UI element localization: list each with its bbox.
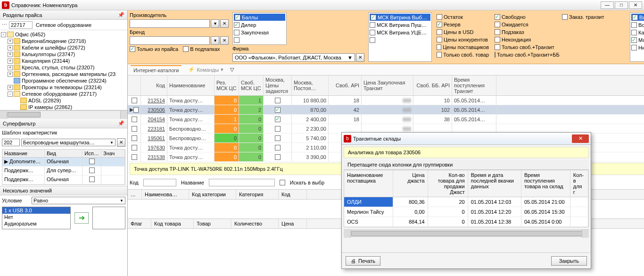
tree-item[interactable]: -Офис (6452) <box>1 31 126 38</box>
firma-select[interactable]: ООО «Фальком», Работает, ДЖАСТ, Москва▼ <box>232 53 355 62</box>
filter-item[interactable] <box>234 36 285 43</box>
filter-item[interactable]: Воронеж <box>631 21 644 28</box>
value-item[interactable]: Аудиоразъем <box>2 220 70 227</box>
filter-item[interactable]: Казань <box>631 29 644 36</box>
category-tree[interactable]: -Офис (6452)+Видеонаблюдение (22718)+Каб… <box>0 30 127 110</box>
filter-item[interactable]: Баллы <box>234 14 285 21</box>
firma-clear[interactable]: ✕ <box>356 53 364 62</box>
filter-item[interactable]: Только своб.+Транзит+ББ <box>495 51 556 58</box>
manufacturer-dd[interactable]: ▾ <box>211 19 219 28</box>
modal-groupby[interactable]: Перетащите сюда колонки для группировки <box>344 160 589 170</box>
table-row[interactable]: ▶ 230506Точка досту…02870,0042▮▮▮10205.0… <box>128 105 644 115</box>
manufacturer-input[interactable] <box>130 19 210 28</box>
tree-code-input[interactable] <box>9 21 33 29</box>
transit-modal: b Транзитные склады ✕ Аналитика для това… <box>341 132 591 269</box>
table-row[interactable]: 204154Точка досту…102 400,0018▮▮▮3805.05… <box>128 115 644 124</box>
template-code[interactable] <box>2 139 20 146</box>
pin-icon[interactable]: 📌 <box>118 120 124 126</box>
filter-item[interactable]: Нижний Новгород <box>631 44 644 51</box>
filter-col-b[interactable]: МСК Витрина Выб…МСК Витрина Пуш…МСК Витр… <box>368 12 432 62</box>
filter-item[interactable]: Цены поставщиков <box>437 43 489 50</box>
search-code-input[interactable] <box>143 179 176 186</box>
values-list[interactable]: 1 x USB 3.0НетАудиоразъем <box>2 207 71 229</box>
filter-col-d[interactable]: СвободноОжидаетсяПодзаказНекондицияТольк… <box>494 12 557 62</box>
minimize-button[interactable]: — <box>601 1 614 9</box>
tree-item[interactable]: +Оргтехника, расходные материалы (23 <box>1 71 126 77</box>
filter-item[interactable]: Цены в USD <box>437 28 489 35</box>
manufacturer-clear[interactable]: ✕ <box>220 19 229 28</box>
tree-nav-icon[interactable]: ⋯ <box>2 22 7 28</box>
tree-hscroll[interactable] <box>0 110 127 119</box>
filter-item[interactable]: Москва <box>631 36 644 43</box>
brand-input[interactable] <box>130 36 210 45</box>
filter-item[interactable]: Некондиция <box>495 36 556 43</box>
search-in-check[interactable] <box>280 180 285 185</box>
close-button[interactable]: ✕ <box>629 1 642 9</box>
filter-item[interactable]: Дилер <box>234 21 285 28</box>
tree-item[interactable]: -Сетевое оборудование (22717) <box>1 91 126 97</box>
search-name-input[interactable] <box>209 179 275 186</box>
filter-col-f[interactable]: Внутренний рибейтВоронежКазаньМоскваНижн… <box>630 12 644 62</box>
condition-label: Условие <box>2 198 30 203</box>
commands-menu[interactable]: ⚡ Команды ▾ <box>188 67 223 73</box>
clear-button[interactable]: ✕ <box>117 138 125 147</box>
filter-item[interactable]: Внутренний рибейт <box>631 14 644 21</box>
tree-item[interactable]: IP камеры (22862) <box>1 104 126 110</box>
maximize-button[interactable]: □ <box>615 1 628 9</box>
filter-item[interactable]: Только своб. товар <box>437 51 489 58</box>
value-item[interactable]: Нет <box>2 214 70 220</box>
filter-item[interactable]: Цены конкурентов <box>437 36 489 43</box>
table-row[interactable]: 212514Точка досту…0110 880,0018▮▮▮1005.0… <box>128 96 644 105</box>
modal-grid[interactable]: Наименование поставщика Цена джаста Кол-… <box>344 170 589 227</box>
tree-item[interactable]: +Канцелярия (23144) <box>1 58 126 64</box>
char-row[interactable]: Поддержк…Для супер… <box>2 167 125 176</box>
modal-close-btn[interactable]: Закрыть <box>551 256 587 266</box>
modal-hscroll[interactable] <box>344 229 589 238</box>
filter-col-e[interactable]: Заказ. транзит <box>561 12 622 62</box>
tree-item[interactable]: +Проекторы и телевизоры (23214) <box>1 84 126 91</box>
characteristics-grid[interactable]: Название Вид Исп… Знач ▶ Дополните…Обычн… <box>2 149 125 185</box>
filter-item[interactable]: Только своб.+Транзит <box>495 43 556 50</box>
superfilter-title: Суперфильтр <box>3 121 35 126</box>
filter-icon[interactable]: ▽ <box>230 67 234 73</box>
brand-clear[interactable]: ✕ <box>220 36 229 45</box>
pin-icon[interactable]: 📌 <box>118 12 124 18</box>
tree-item[interactable]: Программное обеспечение (23224) <box>1 77 126 84</box>
tree-item[interactable]: +Кабели и шлейфы (22672) <box>1 44 126 51</box>
filter-item[interactable]: Свободно <box>495 13 556 20</box>
tab-internet-catalogs[interactable]: Интернет-каталоги <box>131 65 182 75</box>
filter-item[interactable]: Резерв <box>437 21 489 28</box>
print-button[interactable]: 🖨 Печать <box>346 256 380 266</box>
filter-item[interactable]: Заказ. транзит <box>562 13 621 20</box>
char-row[interactable]: ▶ Дополните…Обычная <box>2 158 125 167</box>
result-box <box>92 207 125 229</box>
filter-col-c[interactable]: ОстатокРезервЦены в USDЦены конкурентовЦ… <box>436 12 490 62</box>
modal-row[interactable]: Мерлион Тайсу0,00001.05.2014 12:2006.05.… <box>344 207 588 217</box>
filter-col-a[interactable]: БаллыДилерЗакупочная <box>232 12 287 45</box>
template-select[interactable]: Беспроводные маршрутиза…▼ <box>21 139 116 146</box>
apply-arrow-button[interactable]: ➔ <box>74 212 89 224</box>
filter-item[interactable]: Закупочная <box>234 29 285 36</box>
tree-item[interactable]: +Кресла, стулья, столы (23207) <box>1 64 126 71</box>
tree-item[interactable]: +Калькуляторы (23747) <box>1 51 126 58</box>
filter-item[interactable]: МСК Витрина Пуш… <box>370 21 430 28</box>
modal-close-button[interactable]: ✕ <box>572 134 589 143</box>
tree-item[interactable]: ADSL (22829) <box>1 97 126 104</box>
tree-item[interactable]: +Видеонаблюдение (22718) <box>1 38 126 44</box>
filter-item[interactable]: МСК Витрина Выб… <box>370 14 430 21</box>
value-item[interactable]: 1 x USB 3.0 <box>2 207 70 214</box>
modal-row[interactable]: OCS884,14001.05.2014 12:3804.05.2014 0:0… <box>344 217 588 227</box>
only-price-check[interactable] <box>130 46 135 52</box>
filter-item[interactable]: Остаток <box>437 13 489 20</box>
modal-title: Транзитные склады <box>353 136 572 142</box>
filter-item[interactable]: Подзаказ <box>495 28 556 35</box>
filter-item[interactable] <box>370 36 430 43</box>
condition-select[interactable]: Равно▼ <box>32 197 125 204</box>
filter-item[interactable]: Ожидается <box>495 21 556 28</box>
modal-row[interactable]: ОЛДИ800,362001.05.2014 12:0305.05.2014 2… <box>344 197 588 207</box>
filter-item[interactable]: МСК Витрина УЦЕ… <box>370 29 430 36</box>
char-row[interactable]: Поддержк…Обычная <box>2 176 125 184</box>
subfolders-check[interactable] <box>183 46 189 52</box>
brand-dd[interactable]: ▾ <box>211 36 219 45</box>
brand-label: Бренд <box>130 29 229 35</box>
